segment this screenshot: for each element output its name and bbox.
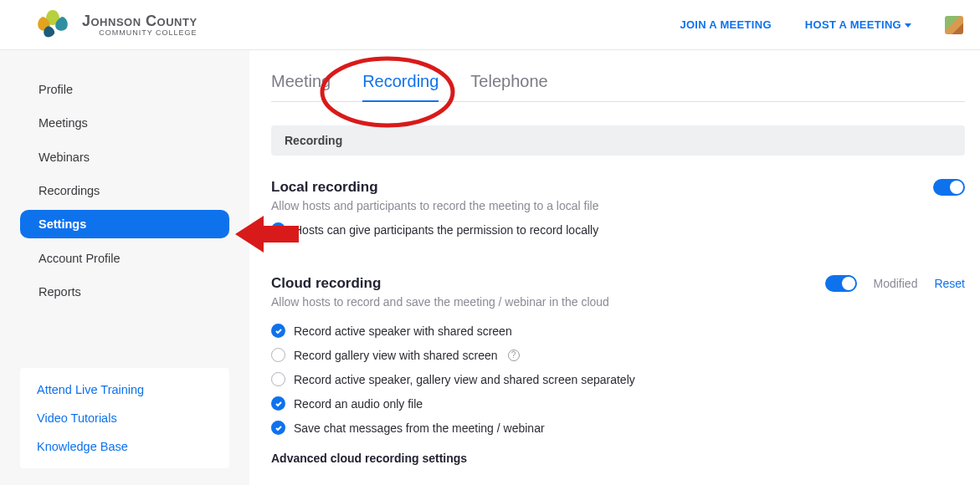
help-link-video-tutorials[interactable]: Video Tutorials [37, 411, 213, 425]
host-meeting-dropdown[interactable]: HOST A MEETING [805, 18, 911, 31]
checkbox-save-chat[interactable] [271, 421, 285, 435]
checkbox-label: Record an audio only file [294, 397, 423, 411]
checkbox-record-active-speaker-shared[interactable] [271, 324, 285, 338]
brand-subtitle: COMMUNITY COLLEGE [82, 29, 198, 37]
tab-meeting[interactable]: Meeting [271, 69, 331, 101]
sidebar-item-profile[interactable]: Profile [20, 75, 229, 104]
tab-telephone[interactable]: Telephone [470, 69, 547, 101]
info-icon[interactable]: ? [508, 350, 520, 361]
sidebar: Profile Meetings Webinars Recordings Set… [0, 50, 249, 485]
sidebar-item-account-profile[interactable]: Account Profile [20, 243, 229, 272]
help-link-live-training[interactable]: Attend Live Training [37, 383, 213, 396]
checkbox-record-separately[interactable] [271, 372, 285, 386]
sidebar-item-meetings[interactable]: Meetings [20, 109, 229, 137]
checkbox-record-audio-only[interactable] [271, 396, 285, 411]
local-recording-title: Local recording [271, 179, 598, 196]
reset-link[interactable]: Reset [934, 277, 965, 290]
help-card: Attend Live Training Video Tutorials Kno… [20, 368, 229, 468]
section-header-recording: Recording [271, 125, 965, 156]
modified-label: Modified [874, 277, 918, 290]
brand-title: Johnson County [82, 13, 198, 28]
setting-local-recording: Local recording Allow hosts and particip… [271, 179, 965, 237]
join-meeting-link[interactable]: JOIN A MEETING [680, 18, 771, 31]
advanced-cloud-heading: Advanced cloud recording settings [271, 452, 635, 465]
sidebar-item-reports[interactable]: Reports [20, 278, 229, 306]
checkbox-label: Hosts can give participants the permissi… [294, 223, 598, 237]
tab-recording[interactable]: Recording [362, 69, 439, 101]
checkbox-record-gallery-shared[interactable] [271, 348, 285, 362]
sidebar-item-webinars[interactable]: Webinars [20, 143, 229, 171]
setting-cloud-recording: Cloud recording Allow hosts to record an… [271, 275, 965, 465]
sidebar-item-settings[interactable]: Settings [20, 210, 229, 238]
local-recording-desc: Allow hosts and participants to record t… [271, 199, 598, 212]
checkbox-hosts-give-permission[interactable] [271, 222, 285, 237]
checkbox-label: Record gallery view with shared screen [294, 349, 498, 362]
sidebar-item-recordings[interactable]: Recordings [20, 176, 229, 205]
avatar[interactable] [945, 16, 963, 34]
cloud-recording-desc: Allow hosts to record and save the meeti… [271, 295, 635, 309]
toggle-local-recording[interactable] [933, 179, 965, 196]
settings-tabs: Meeting Recording Telephone [271, 69, 965, 102]
app-header: Johnson County COMMUNITY COLLEGE JOIN A … [0, 0, 980, 50]
checkbox-label: Save chat messages from the meeting / we… [294, 421, 545, 435]
help-link-knowledge-base[interactable]: Knowledge Base [37, 440, 213, 453]
checkbox-label: Record active speaker with shared screen [294, 324, 512, 338]
cloud-recording-title: Cloud recording [271, 275, 635, 292]
logo-icon [32, 8, 74, 42]
checkbox-label: Record active speaker, gallery view and … [294, 373, 635, 386]
host-meeting-label: HOST A MEETING [805, 18, 901, 31]
brand: Johnson County COMMUNITY COLLEGE [32, 8, 198, 42]
toggle-cloud-recording[interactable] [825, 275, 857, 292]
main-content: Meeting Recording Telephone Recording Lo… [249, 50, 980, 485]
chevron-down-icon [905, 23, 911, 28]
